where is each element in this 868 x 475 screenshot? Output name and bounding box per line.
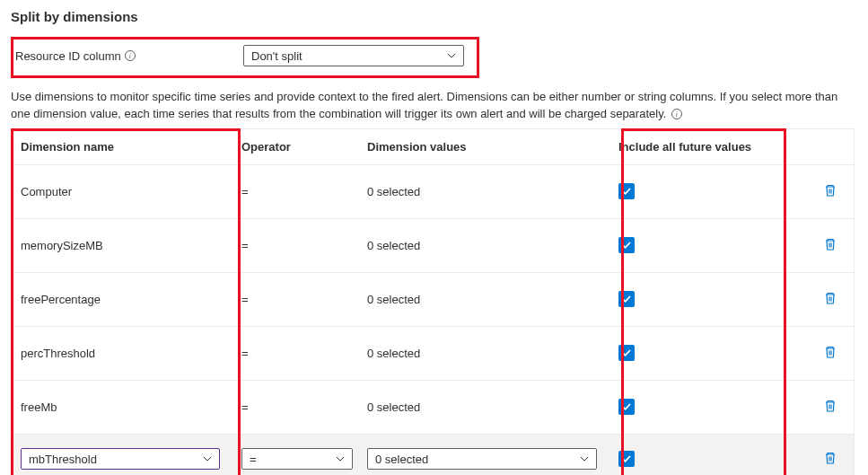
operator-select[interactable]: = — [241, 448, 353, 470]
dimension-values: 0 selected — [358, 185, 609, 198]
include-future-checkbox[interactable] — [618, 237, 635, 253]
col-operator: Operator — [232, 140, 358, 154]
delete-row-button[interactable] — [823, 345, 839, 361]
table-row: percThreshold = 0 selected — [12, 327, 854, 381]
dimension-values-select-value: 0 selected — [375, 453, 428, 466]
include-future-checkbox[interactable] — [618, 451, 635, 467]
dimension-name: memorySizeMB — [12, 239, 232, 252]
resource-id-label-text: Resource ID column — [15, 49, 121, 63]
dimension-name-select[interactable]: mbThreshold — [21, 448, 220, 470]
delete-row-button[interactable] — [823, 451, 839, 467]
include-future-checkbox[interactable] — [618, 291, 635, 307]
dimension-name: percThreshold — [12, 347, 232, 360]
resource-id-select-value: Don't split — [251, 49, 302, 63]
table-row: freePercentage = 0 selected — [12, 273, 854, 327]
dimension-name: Computer — [12, 185, 232, 198]
chevron-down-icon — [336, 454, 345, 463]
dimension-operator: = — [232, 185, 358, 198]
dimension-name: freeMb — [12, 400, 232, 414]
dimension-operator: = — [232, 239, 358, 252]
resource-id-row: Resource ID column i Don't split — [11, 37, 479, 78]
include-future-checkbox[interactable] — [618, 183, 635, 199]
dimension-values: 0 selected — [358, 293, 609, 306]
dimension-operator: = — [232, 347, 358, 360]
table-row: memorySizeMB = 0 selected — [12, 219, 854, 273]
col-dimension-values: Dimension values — [358, 140, 609, 154]
delete-row-button[interactable] — [823, 291, 839, 307]
chevron-down-icon — [203, 454, 212, 463]
table-row: Computer = 0 selected — [12, 165, 854, 219]
dimension-name: freePercentage — [12, 293, 232, 306]
info-icon[interactable]: i — [671, 109, 682, 119]
dimension-operator: = — [232, 400, 358, 414]
dimension-operator: = — [232, 293, 358, 306]
resource-id-select[interactable]: Don't split — [243, 45, 464, 66]
dimension-values: 0 selected — [358, 400, 609, 414]
dimensions-table: Dimension name Operator Dimension values… — [11, 128, 855, 475]
include-future-checkbox[interactable] — [618, 345, 635, 361]
delete-row-button[interactable] — [823, 183, 839, 199]
include-future-checkbox[interactable] — [618, 399, 635, 415]
info-icon[interactable]: i — [125, 50, 136, 61]
dimension-values-select[interactable]: 0 selected — [367, 448, 597, 470]
table-header: Dimension name Operator Dimension values… — [12, 129, 854, 165]
col-dimension-name: Dimension name — [12, 140, 232, 154]
description-text: Use dimensions to monitor specific time … — [11, 89, 855, 123]
chevron-down-icon — [447, 51, 456, 60]
col-include-future: Include all future values — [609, 140, 784, 154]
dimensions-table-wrap: Dimension name Operator Dimension values… — [11, 128, 857, 475]
delete-row-button[interactable] — [823, 237, 839, 253]
table-row: freeMb = 0 selected — [12, 381, 854, 435]
chevron-down-icon — [580, 454, 589, 463]
description-content: Use dimensions to monitor specific time … — [11, 90, 837, 120]
operator-select-value: = — [250, 453, 257, 466]
delete-row-button[interactable] — [823, 399, 839, 415]
dimension-name-select-value: mbThreshold — [29, 453, 97, 466]
table-row-editable: mbThreshold = 0 selected — [12, 435, 854, 475]
section-title: Split by dimensions — [11, 9, 857, 24]
dimension-values: 0 selected — [358, 347, 609, 360]
resource-id-label: Resource ID column i — [15, 49, 236, 63]
dimension-values: 0 selected — [358, 239, 609, 252]
